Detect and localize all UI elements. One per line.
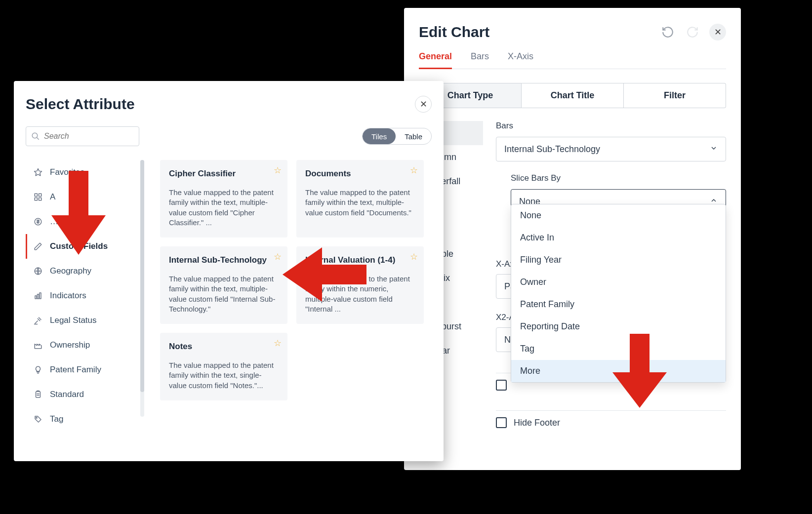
segment-control: Chart Type Chart Title Filter <box>419 83 726 108</box>
view-toggle-table[interactable]: Table <box>396 128 431 144</box>
star-icon[interactable]: ☆ <box>410 165 418 176</box>
pencil-icon <box>33 241 43 251</box>
edit-chart-panel: Edit Chart ✕ General Bars X-Axis Chart T… <box>404 8 741 470</box>
category-label: Legal Status <box>50 316 97 325</box>
dropdown-option[interactable]: None <box>511 204 726 227</box>
seg-filter[interactable]: Filter <box>624 83 726 108</box>
category-item[interactable]: Custom Fields <box>26 234 136 259</box>
view-toggle: Tiles Table <box>362 128 432 145</box>
category-label: Geography <box>50 266 91 276</box>
slice-dropdown: NoneActive InFiling YearOwnerPatent Fami… <box>511 204 726 383</box>
dropdown-option[interactable]: Filing Year <box>511 249 726 271</box>
svg-rect-11 <box>40 293 41 299</box>
close-button[interactable]: ✕ <box>709 24 726 40</box>
attribute-tile[interactable]: ☆ Internal Valuation (1-4) The value map… <box>296 246 424 324</box>
svg-rect-10 <box>38 294 39 299</box>
bars-label: Bars <box>496 121 726 131</box>
category-label: Patent Family <box>50 365 101 375</box>
tile-title: Documents <box>305 169 415 179</box>
category-label: …es <box>50 217 67 227</box>
bars-select[interactable]: Internal Sub-Technology <box>496 137 726 161</box>
view-toggle-tiles[interactable]: Tiles <box>363 128 396 144</box>
tile-description: The value mapped to the patent family wi… <box>169 274 279 314</box>
category-item[interactable]: Standard <box>26 382 136 407</box>
select-attribute-panel: Select Attribute ✕ Tiles Table Favorites… <box>14 81 444 461</box>
bulb-icon <box>33 365 43 375</box>
star-icon[interactable]: ☆ <box>274 251 282 262</box>
dropdown-option[interactable]: Active In <box>511 227 726 249</box>
search-input-wrap[interactable] <box>26 126 139 146</box>
category-label: Custom Fields <box>50 241 108 251</box>
globe-icon <box>33 266 43 276</box>
tile-description: The value mapped to the patent family wi… <box>305 188 415 218</box>
hide-footer-label: Hide Footer <box>514 418 560 428</box>
checkbox[interactable] <box>496 380 507 391</box>
dropdown-option[interactable]: Patent Family <box>511 293 726 316</box>
tab-general[interactable]: General <box>419 51 452 69</box>
attribute-tile[interactable]: ☆ Internal Sub-Technology The value mapp… <box>160 246 287 324</box>
clipboard-icon <box>33 390 43 399</box>
redo-button[interactable] <box>685 24 700 40</box>
svg-rect-9 <box>35 296 37 299</box>
tile-title: Internal Sub-Technology <box>169 255 279 265</box>
tab-bars[interactable]: Bars <box>471 51 489 69</box>
category-item[interactable]: …es <box>26 209 136 234</box>
tile-title: Notes <box>169 342 279 352</box>
attribute-tile[interactable]: ☆ Documents The value mapped to the pate… <box>296 160 424 237</box>
tile-description: The value mapped to the patent family wi… <box>169 188 279 228</box>
category-item[interactable]: A <box>26 185 136 209</box>
undo-button[interactable] <box>660 24 676 40</box>
slice-label: Slice Bars By <box>511 173 726 183</box>
bars-icon <box>33 291 43 301</box>
star-icon[interactable]: ☆ <box>274 338 282 349</box>
panel-title: Select Attribute <box>26 96 135 113</box>
svg-rect-4 <box>39 194 41 196</box>
category-item[interactable]: Geography <box>26 259 136 283</box>
category-item[interactable]: Ownership <box>26 333 136 357</box>
attribute-tile[interactable]: ☆ Notes The value mapped to the patent f… <box>160 333 287 400</box>
dropdown-option[interactable]: Owner <box>511 271 726 293</box>
bars-value: Internal Sub-Technology <box>504 144 600 155</box>
category-label: Ownership <box>50 340 90 350</box>
search-icon <box>31 132 40 141</box>
star-icon[interactable]: ☆ <box>410 251 418 262</box>
tile-description: The value mapped to the patent family wi… <box>305 274 415 314</box>
svg-point-0 <box>32 133 38 138</box>
star-icon <box>33 167 43 177</box>
category-list: FavoritesA…esCustom FieldsGeographyIndic… <box>26 160 136 456</box>
category-item[interactable]: Favorites <box>26 160 136 185</box>
star-icon[interactable]: ☆ <box>274 165 282 176</box>
panel-title: Edit Chart <box>419 24 489 40</box>
category-label: Favorites <box>50 167 84 177</box>
factory-icon <box>33 340 43 350</box>
close-button[interactable]: ✕ <box>415 96 432 113</box>
tile-description: The value mapped to the patent family wi… <box>169 360 279 391</box>
category-label: A <box>50 192 55 202</box>
dollar-icon <box>33 217 43 227</box>
svg-point-13 <box>36 417 37 418</box>
svg-rect-6 <box>39 198 41 200</box>
dropdown-option[interactable]: Tag <box>511 338 726 360</box>
chevron-down-icon <box>710 144 718 155</box>
category-item[interactable]: Legal Status <box>26 308 136 333</box>
dropdown-option[interactable]: Reporting Date <box>511 316 726 338</box>
seg-chart-title[interactable]: Chart Title <box>522 83 624 108</box>
attribute-tile[interactable]: ☆ Cipher Classifier The value mapped to … <box>160 160 287 237</box>
category-item[interactable]: Tag <box>26 407 136 432</box>
tabs: General Bars X-Axis <box>419 51 726 69</box>
svg-line-1 <box>37 137 39 140</box>
tile-title: Cipher Classifier <box>169 169 279 179</box>
category-item[interactable]: Indicators <box>26 283 136 308</box>
scrollbar[interactable] <box>140 160 144 417</box>
tag-icon <box>33 414 43 424</box>
category-label: Standard <box>50 390 84 399</box>
dropdown-option[interactable]: More <box>511 360 726 382</box>
search-input[interactable] <box>44 132 134 141</box>
category-item[interactable]: Patent Family <box>26 357 136 382</box>
tiles-grid: ☆ Cipher Classifier The value mapped to … <box>145 160 432 456</box>
category-label: Indicators <box>50 291 86 301</box>
grid-icon <box>33 192 43 202</box>
hide-footer-checkbox[interactable] <box>496 417 507 428</box>
gavel-icon <box>33 316 43 325</box>
tab-xaxis[interactable]: X-Axis <box>508 51 533 69</box>
